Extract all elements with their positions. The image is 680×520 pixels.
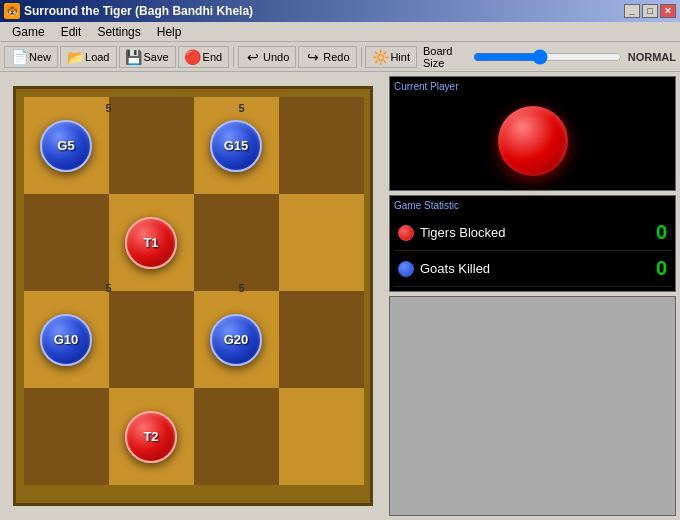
menu-edit[interactable]: Edit bbox=[53, 23, 90, 41]
menu-help[interactable]: Help bbox=[149, 23, 190, 41]
cell-0-1[interactable] bbox=[109, 97, 194, 194]
undo-icon: ↩ bbox=[245, 49, 261, 65]
new-icon: 📄 bbox=[11, 49, 27, 65]
cell-0-3[interactable] bbox=[279, 97, 364, 194]
redo-icon: ↪ bbox=[305, 49, 321, 65]
log-panel bbox=[389, 296, 676, 516]
window-controls[interactable]: _ □ ✕ bbox=[624, 4, 676, 18]
redo-label: Redo bbox=[323, 51, 349, 63]
board-area: 5555G5G15T1G10G20T2 bbox=[0, 72, 385, 520]
load-icon: 📂 bbox=[67, 49, 83, 65]
piece-g15[interactable]: G15 bbox=[210, 120, 262, 172]
tigers-blocked-label: Tigers Blocked bbox=[420, 225, 506, 240]
right-panel: Current Player Game Statistic Tigers Blo… bbox=[385, 72, 680, 520]
hint-icon: 🔆 bbox=[372, 49, 388, 65]
save-icon: 💾 bbox=[126, 49, 142, 65]
goats-killed-value: 0 bbox=[656, 257, 667, 280]
tigers-blocked-label-group: Tigers Blocked bbox=[398, 225, 506, 241]
current-player-ball bbox=[498, 106, 568, 176]
save-label: Save bbox=[144, 51, 169, 63]
stats-title: Game Statistic bbox=[394, 200, 671, 211]
menu-settings[interactable]: Settings bbox=[89, 23, 148, 41]
minimize-button[interactable]: _ bbox=[624, 4, 640, 18]
end-button[interactable]: 🔴 End bbox=[178, 46, 230, 68]
undo-label: Undo bbox=[263, 51, 289, 63]
cell-3-0[interactable] bbox=[24, 388, 109, 485]
new-button[interactable]: 📄 New bbox=[4, 46, 58, 68]
piece-g5[interactable]: G5 bbox=[40, 120, 92, 172]
cell-2-3[interactable] bbox=[279, 291, 364, 388]
hint-button[interactable]: 🔆 Hint bbox=[365, 46, 417, 68]
piece-t1[interactable]: T1 bbox=[125, 217, 177, 269]
undo-button[interactable]: ↩ Undo bbox=[238, 46, 296, 68]
goats-killed-label-group: Goats Killed bbox=[398, 261, 490, 277]
goats-killed-row: Goats Killed 0 bbox=[394, 251, 671, 287]
title-bar: 🐯 Surround the Tiger (Bagh Bandhi Khela)… bbox=[0, 0, 680, 22]
save-button[interactable]: 💾 Save bbox=[119, 46, 176, 68]
board-size-slider[interactable] bbox=[473, 49, 621, 65]
board-outer: 5555G5G15T1G10G20T2 bbox=[13, 86, 373, 506]
load-button[interactable]: 📂 Load bbox=[60, 46, 116, 68]
piece-t2[interactable]: T2 bbox=[125, 411, 177, 463]
hint-label: Hint bbox=[390, 51, 410, 63]
app-icon: 🐯 bbox=[4, 3, 20, 19]
toolbar: 📄 New 📂 Load 💾 Save 🔴 End ↩ Undo ↪ Redo … bbox=[0, 42, 680, 72]
close-button[interactable]: ✕ bbox=[660, 4, 676, 18]
goats-killed-label: Goats Killed bbox=[420, 261, 490, 276]
goats-killed-icon bbox=[398, 261, 414, 277]
cell-1-3[interactable] bbox=[279, 194, 364, 291]
current-player-title: Current Player bbox=[394, 81, 671, 92]
end-label: End bbox=[203, 51, 223, 63]
player-display bbox=[394, 96, 671, 186]
piece-g10[interactable]: G10 bbox=[40, 314, 92, 366]
end-icon: 🔴 bbox=[185, 49, 201, 65]
separator-2 bbox=[361, 47, 362, 67]
separator-1 bbox=[233, 47, 234, 67]
board-size-label: Board Size bbox=[423, 45, 467, 69]
window-title: Surround the Tiger (Bagh Bandhi Khela) bbox=[24, 4, 624, 18]
menu-bar: Game Edit Settings Help bbox=[0, 22, 680, 42]
cell-3-2[interactable] bbox=[194, 388, 279, 485]
tigers-blocked-value: 0 bbox=[656, 221, 667, 244]
normal-label: NORMAL bbox=[628, 51, 676, 63]
piece-g20[interactable]: G20 bbox=[210, 314, 262, 366]
tigers-blocked-row: Tigers Blocked 0 bbox=[394, 215, 671, 251]
new-label: New bbox=[29, 51, 51, 63]
stats-panel: Game Statistic Tigers Blocked 0 Goats Ki… bbox=[389, 195, 676, 292]
menu-game[interactable]: Game bbox=[4, 23, 53, 41]
tigers-blocked-icon bbox=[398, 225, 414, 241]
cell-1-2[interactable] bbox=[194, 194, 279, 291]
maximize-button[interactable]: □ bbox=[642, 4, 658, 18]
cell-3-3[interactable] bbox=[279, 388, 364, 485]
cell-2-1[interactable] bbox=[109, 291, 194, 388]
current-player-panel: Current Player bbox=[389, 76, 676, 191]
load-label: Load bbox=[85, 51, 109, 63]
redo-button[interactable]: ↪ Redo bbox=[298, 46, 356, 68]
main-content: 5555G5G15T1G10G20T2 Current Player Game … bbox=[0, 72, 680, 520]
cell-1-0[interactable] bbox=[24, 194, 109, 291]
